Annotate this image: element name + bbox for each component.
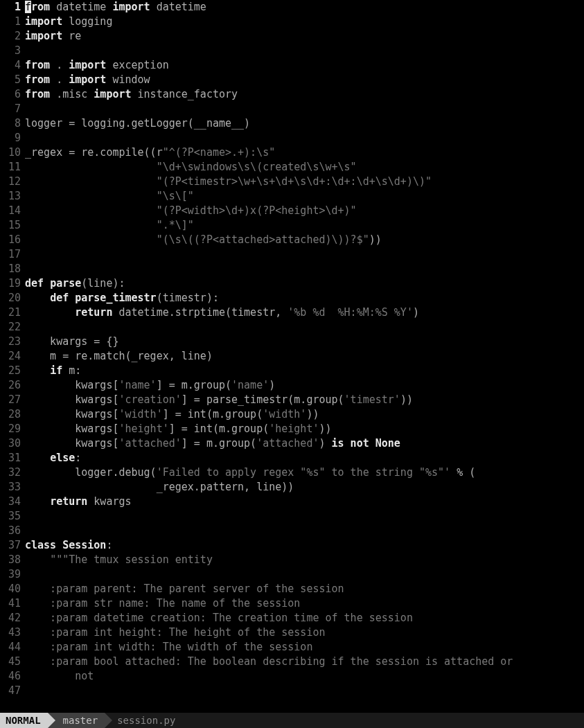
token-id: m: <box>62 364 81 377</box>
token-str: 'timestr' <box>344 393 400 406</box>
token-kw: import <box>25 15 62 28</box>
code-line[interactable]: kwargs['attached'] = m.group('attached')… <box>25 436 584 451</box>
code-line[interactable]: from . import exception <box>25 58 584 73</box>
token-kw: import <box>112 1 150 13</box>
code-line[interactable]: :param str name: The name of the session <box>25 596 584 611</box>
code-line[interactable]: "(\s\((?P<attached>attached)\))?$")) <box>25 233 584 247</box>
code-line[interactable]: :param bool attached: The boolean descri… <box>25 655 584 669</box>
token-id: kwargs <box>87 495 131 508</box>
code-line[interactable]: _regex = re.compile((r"^(?P<name>.+):\s" <box>25 145 584 160</box>
code-line[interactable]: kwargs['height'] = int(m.group('height')… <box>25 422 584 436</box>
line-number: 21 <box>0 305 21 320</box>
token-id <box>25 553 50 566</box>
code-line[interactable]: :param int height: The height of the ses… <box>25 625 584 640</box>
token-str: 'Failed to apply regex "%s" to the strin… <box>157 466 450 479</box>
token-pun: datetime <box>50 1 112 13</box>
line-number: 43 <box>0 625 21 640</box>
code-line[interactable]: "\d+\swindows\s\(created\s\w+\s" <box>25 160 584 175</box>
code-line[interactable]: return kwargs <box>25 495 584 509</box>
code-line[interactable]: def parse_timestr(timestr): <box>25 291 584 305</box>
token-pun: window <box>106 73 150 86</box>
token-str: "(?P<width>\d+)x(?P<height>\d+)" <box>157 204 357 217</box>
code-line[interactable]: import re <box>25 29 584 44</box>
token-pun: instance_factory <box>132 88 238 100</box>
code-line[interactable]: import logging <box>25 15 584 29</box>
code-content[interactable]: from datetime import datetimeimport logg… <box>25 0 584 713</box>
line-number: 30 <box>0 436 21 451</box>
token-str: 'name' <box>231 379 269 391</box>
token-str: "(\s\((?P<attached>attached)\))?$" <box>157 233 369 246</box>
token-id: kwargs[ <box>25 393 118 406</box>
code-line[interactable]: "\s\[" <box>25 189 584 204</box>
token-id: logger = logging.getLogger(__name__) <box>25 117 250 130</box>
editor-area[interactable]: 1123456789101112131415161718192021222324… <box>0 0 584 713</box>
token-str: 'height' <box>118 423 168 435</box>
line-number: 4 <box>0 58 21 73</box>
code-line[interactable]: return datetime.strptime(timestr, '%b %d… <box>25 305 584 320</box>
token-id <box>25 190 157 202</box>
branch-name: master <box>63 713 98 728</box>
token-str: 'width' <box>118 408 162 420</box>
token-id: )) <box>369 233 382 246</box>
code-line[interactable]: :param datetime creation: The creation t… <box>25 611 584 625</box>
code-line[interactable]: if m: <box>25 364 584 378</box>
code-line[interactable]: not <box>25 669 584 684</box>
code-line[interactable]: class Session: <box>25 538 584 553</box>
code-line[interactable]: ".*\]" <box>25 218 584 233</box>
code-line[interactable]: logger.debug('Failed to apply regex "%s"… <box>25 465 584 480</box>
code-line[interactable]: _regex.pattern, line)) <box>25 480 584 495</box>
code-line[interactable]: :param int width: The width of the sessi… <box>25 640 584 655</box>
code-line[interactable]: :param parent: The parent server of the … <box>25 582 584 596</box>
code-line[interactable]: kwargs = {} <box>25 335 584 349</box>
code-line[interactable]: kwargs['name'] = m.group('name') <box>25 378 584 393</box>
token-str: :param int width: The width of the sessi… <box>25 641 312 653</box>
token-str: "\s\[" <box>157 190 194 202</box>
code-line[interactable]: kwargs['creation'] = parse_timestr(m.gro… <box>25 393 584 407</box>
token-id: kwargs[ <box>25 423 118 435</box>
token-id: _regex = re.compile((r <box>25 146 163 159</box>
code-line[interactable] <box>25 567 584 582</box>
token-id: kwargs[ <box>25 379 118 391</box>
token-kw: import <box>25 30 62 42</box>
line-number: 45 <box>0 655 21 669</box>
line-number: 7 <box>0 102 21 116</box>
code-line[interactable]: m = re.match(_regex, line) <box>25 349 584 364</box>
code-line[interactable] <box>25 320 584 335</box>
token-id: ] = int(m.group( <box>163 408 263 420</box>
code-line[interactable]: def parse(line): <box>25 276 584 291</box>
line-number-gutter: 1123456789101112131415161718192021222324… <box>0 0 25 713</box>
token-pun: re <box>62 30 81 42</box>
line-number: 6 <box>0 87 21 102</box>
code-line[interactable] <box>25 102 584 116</box>
line-number: 24 <box>0 349 21 364</box>
token-kw: if <box>50 364 62 377</box>
code-line[interactable] <box>25 44 584 58</box>
token-id: )) <box>319 423 331 435</box>
code-line[interactable]: from datetime import datetime <box>25 0 584 15</box>
code-line[interactable] <box>25 524 584 538</box>
filename-segment: session.py <box>105 713 182 728</box>
token-str: ".*\]" <box>157 219 194 231</box>
token-id <box>25 161 157 173</box>
code-line[interactable] <box>25 684 584 698</box>
token-id: ] = m.group( <box>182 437 256 450</box>
code-line[interactable]: "(?P<timestr>\w+\s+\d+\s\d+:\d+:\d+\s\d+… <box>25 175 584 189</box>
code-line[interactable] <box>25 262 584 276</box>
code-line[interactable] <box>25 131 584 145</box>
code-line[interactable] <box>25 247 584 262</box>
token-id: : <box>75 452 81 464</box>
status-bar: NORMAL master session.py <box>0 713 584 728</box>
token-str: not <box>25 670 94 682</box>
line-number: 36 <box>0 524 21 538</box>
code-line[interactable]: "(?P<width>\d+)x(?P<height>\d+)" <box>25 204 584 218</box>
code-line[interactable]: from . import window <box>25 73 584 87</box>
line-number: 12 <box>0 175 21 189</box>
code-line[interactable]: kwargs['width'] = int(m.group('width')) <box>25 407 584 422</box>
code-line[interactable] <box>25 509 584 524</box>
line-number: 9 <box>0 131 21 145</box>
code-line[interactable]: from .misc import instance_factory <box>25 87 584 102</box>
code-line[interactable]: else: <box>25 451 584 465</box>
code-line[interactable]: logger = logging.getLogger(__name__) <box>25 116 584 131</box>
code-line[interactable]: """The tmux session entity <box>25 553 584 567</box>
token-str: 'attached' <box>118 437 181 450</box>
